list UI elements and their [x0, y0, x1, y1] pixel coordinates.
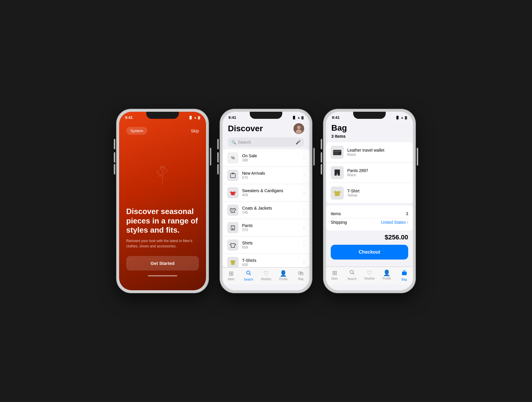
tab-main[interactable]: ⊞ Main — [223, 270, 240, 281]
svg-point-4 — [162, 166, 164, 168]
mic-icon: 🎤 — [296, 140, 301, 145]
new-arrivals-count: 670 — [242, 176, 300, 180]
sweaters-count: 409 — [242, 193, 300, 197]
bag-scroll-area: Leather travel wallet Black — [326, 142, 413, 267]
flower-illustration — [126, 158, 199, 187]
skip-button[interactable]: Skip — [191, 129, 199, 133]
on-sale-count: 389 — [242, 158, 300, 162]
status-icons-1: ▐▌ ▲ ▓ — [189, 116, 200, 119]
tshirt-name: T-Shirt — [347, 189, 359, 193]
system-button[interactable]: System — [126, 127, 147, 135]
search-tab-label: Search — [244, 278, 253, 281]
category-tshirts[interactable]: T-Shirts 600 › — [223, 254, 309, 267]
tab-wishlist[interactable]: ♡ Wishlist — [257, 270, 275, 281]
wishlist-tab-icon-3: ♡ — [367, 269, 372, 276]
on-sale-icon: % — [227, 152, 239, 163]
category-coats[interactable]: Coats & Jackets 245 › — [223, 202, 309, 219]
wallet-name: Leather travel wallet — [347, 148, 384, 153]
phone-bag: 9:41 ▐▌ ▲ ▓ Bag 3 Items — [324, 109, 415, 293]
signal-icon-2: ▐▌ — [292, 116, 296, 119]
wifi-icon: ▲ — [194, 116, 197, 119]
svg-point-8 — [166, 170, 168, 171]
svg-point-9 — [158, 174, 162, 177]
svg-line-19 — [249, 274, 251, 275]
svg-rect-26 — [402, 272, 407, 275]
shirts-name: Shirts — [242, 241, 300, 245]
main-tab-label-3: Main — [332, 277, 338, 280]
notch — [146, 112, 179, 119]
wifi-icon-2: ▲ — [297, 116, 300, 119]
svg-rect-21 — [333, 151, 341, 152]
wishlist-tab-icon: ♡ — [263, 270, 269, 277]
search-bar[interactable]: 🔍 Search 🎤 — [228, 137, 304, 147]
summary-items-row: Items 3 — [331, 210, 408, 218]
onboarding-subtext: Reinvent your look with the latest in Me… — [126, 238, 199, 249]
get-started-button[interactable]: Get Started — [126, 256, 199, 270]
svg-line-25 — [353, 273, 354, 274]
wallet-info: Leather travel wallet Black — [347, 148, 384, 157]
main-tab-icon-3: ⊞ — [332, 269, 337, 276]
tab-wishlist-3[interactable]: ♡ Wishlist — [361, 269, 378, 281]
main-tab-icon: ⊞ — [229, 270, 234, 277]
onboarding-content: System Skip — [119, 121, 206, 285]
time-2: 9:41 — [228, 115, 236, 120]
category-shirts[interactable]: Shirts 609 › — [223, 236, 309, 254]
pants-icon — [227, 222, 239, 233]
discover-header: Discover — [223, 121, 309, 136]
bag-item-tshirt[interactable]: T-Shirt Yellow — [326, 183, 413, 203]
time-3: 9:41 — [332, 115, 340, 120]
checkout-button[interactable]: Checkout — [331, 245, 408, 260]
on-sale-name: On Sale — [242, 153, 300, 158]
bag-summary: Items 3 Shipping United States › — [326, 205, 413, 231]
category-on-sale[interactable]: % On Sale 389 › — [223, 149, 309, 167]
tshirts-info: T-Shirts 600 — [242, 258, 300, 267]
shirts-info: Shirts 609 — [242, 241, 300, 249]
category-new-arrivals[interactable]: New Arrivals 670 › — [223, 167, 309, 184]
profile-tab-icon-3: 👤 — [383, 269, 390, 276]
category-pants[interactable]: Pants 370 › — [223, 219, 309, 236]
svg-point-11 — [297, 126, 301, 129]
search-placeholder: Search — [238, 140, 251, 145]
tab-search[interactable]: Search — [240, 270, 257, 281]
tab-bar-3: ⊞ Main Search ♡ Wishlist — [326, 267, 413, 285]
time-1: 9:41 — [125, 115, 133, 120]
summary-shipping-row[interactable]: Shipping United States › — [331, 218, 408, 226]
tab-bag[interactable]: 🛍 Bag — [292, 270, 309, 281]
battery-icon-3: ▓ — [405, 116, 407, 119]
bag-tab-icon-3 — [401, 269, 408, 277]
search-tab-icon — [246, 270, 252, 277]
on-sale-chevron: › — [303, 155, 305, 160]
pants-bag-info: Pants 2897 Black — [347, 168, 368, 177]
tshirt-img — [331, 187, 344, 200]
discover-title: Discover — [228, 124, 263, 133]
tab-search-3[interactable]: Search — [343, 269, 361, 281]
wallet-img — [331, 146, 344, 159]
sweaters-name: Sweaters & Cardigans — [242, 188, 300, 193]
battery-icon: ▓ — [198, 116, 200, 119]
svg-rect-22 — [339, 152, 341, 154]
tab-main-3[interactable]: ⊞ Main — [326, 269, 343, 281]
checkout-area: Checkout — [326, 242, 413, 260]
tshirts-name: T-Shirts — [242, 258, 300, 263]
tab-bag-3[interactable]: Bag — [395, 269, 413, 281]
tshirts-chevron: › — [303, 260, 305, 265]
signal-icon-3: ▐▌ — [395, 116, 400, 119]
bag-title: Bag — [331, 123, 408, 133]
coats-count: 245 — [242, 210, 300, 215]
new-arrivals-icon — [227, 170, 239, 181]
battery-icon-2: ▓ — [301, 116, 304, 119]
tab-profile[interactable]: 👤 Profile — [275, 270, 292, 281]
tab-profile-3[interactable]: 👤 Profile — [378, 269, 395, 281]
tshirt-info: T-Shirt Yellow — [347, 189, 359, 197]
shipping-value: United States › — [381, 220, 408, 225]
category-sweaters[interactable]: Sweaters & Cardigans 409 › — [223, 184, 309, 202]
bag-item-wallet[interactable]: Leather travel wallet Black — [326, 142, 413, 163]
user-avatar[interactable] — [293, 123, 304, 134]
onboarding-headline: Discover seasonal pieces in a range of s… — [126, 207, 199, 235]
coats-chevron: › — [303, 208, 305, 213]
bag-items-list: Leather travel wallet Black — [326, 142, 413, 203]
bag-items-label: 3 Items — [331, 134, 408, 139]
phone-discover: 9:41 ▐▌ ▲ ▓ Discover 🔍 Sea — [220, 109, 312, 293]
bag-header: Bag 3 Items — [326, 121, 413, 142]
bag-item-pants[interactable]: Pants 2897 Black — [326, 163, 413, 183]
